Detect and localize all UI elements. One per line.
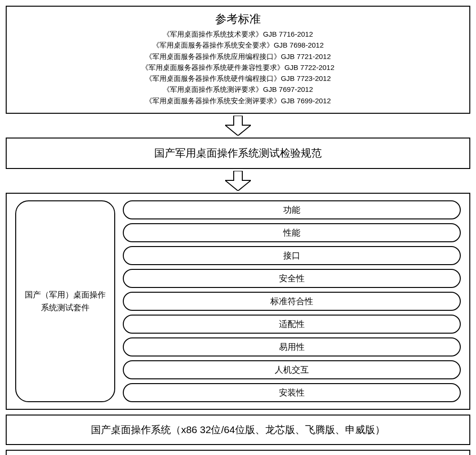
- suite-item: 易用性: [123, 337, 461, 356]
- suite-item: 标准符合性: [123, 292, 461, 311]
- suite-item: 接口: [123, 246, 461, 265]
- suite-item: 功能: [123, 200, 461, 219]
- down-arrow-icon: [225, 171, 251, 191]
- suite-item: 性能: [123, 223, 461, 242]
- standard-item: 《军用桌面服务器操作系统硬件编程接口》GJB 7723-2012: [13, 73, 463, 84]
- spec-label: 国产军用桌面操作系统测试检验规范: [154, 147, 322, 159]
- hw-box: 硬件平台 X86（32位、64位） 龙芯（3A、3B……） 飞腾（1000、10…: [6, 450, 470, 455]
- spec-box: 国产军用桌面操作系统测试检验规范: [6, 138, 470, 169]
- standard-item: 《军用桌面操作系统技术要求》GJB 7716-2012: [13, 29, 463, 40]
- suite-item: 安装性: [123, 383, 461, 402]
- standards-list: 《军用桌面操作系统技术要求》GJB 7716-2012 《军用桌面服务器操作系统…: [13, 29, 463, 106]
- svg-marker-0: [225, 116, 251, 136]
- standard-item: 《军用桌面服务器操作系统安全要求》GJB 7698-2012: [13, 40, 463, 50]
- suite-item: 适配性: [123, 315, 461, 334]
- arrow-2: [6, 171, 470, 191]
- down-arrow-icon: [225, 116, 251, 136]
- suite-box: 国产（军用）桌面操作 系统测试套件 功能 性能 接口 安全性 标准符合性 适配性…: [6, 193, 470, 410]
- suite-left-line1: 国产（军用）桌面操作: [25, 288, 106, 301]
- standards-box: 参考标准 《军用桌面操作系统技术要求》GJB 7716-2012 《军用桌面服务…: [6, 6, 470, 114]
- svg-marker-1: [225, 171, 251, 191]
- standard-item: 《军用桌面操作系统测评要求》GJB 7697-2012: [13, 84, 463, 95]
- standard-item: 《军用桌面服务器操作系统应用编程接口》GJB 7721-2012: [13, 51, 463, 62]
- standard-item: 《军用桌面服务器操作系统硬件兼容性要求》GJB 7722-2012: [13, 62, 463, 73]
- standard-item: 《军用桌面服务器操作系统安全测评要求》GJB 7699-2012: [13, 95, 463, 106]
- suite-item: 人机交互: [123, 360, 461, 379]
- suite-left-line2: 系统测试套件: [25, 301, 106, 314]
- suite-left: 国产（军用）桌面操作 系统测试套件: [15, 200, 115, 402]
- suite-item: 安全性: [123, 269, 461, 288]
- os-box: 国产桌面操作系统（x86 32位/64位版、龙芯版、飞腾版、申威版）: [6, 415, 470, 445]
- arrow-1: [6, 116, 470, 136]
- os-label: 国产桌面操作系统（x86 32位/64位版、龙芯版、飞腾版、申威版）: [91, 424, 385, 435]
- standards-title: 参考标准: [13, 11, 463, 27]
- suite-right: 功能 性能 接口 安全性 标准符合性 适配性 易用性 人机交互 安装性: [123, 200, 461, 402]
